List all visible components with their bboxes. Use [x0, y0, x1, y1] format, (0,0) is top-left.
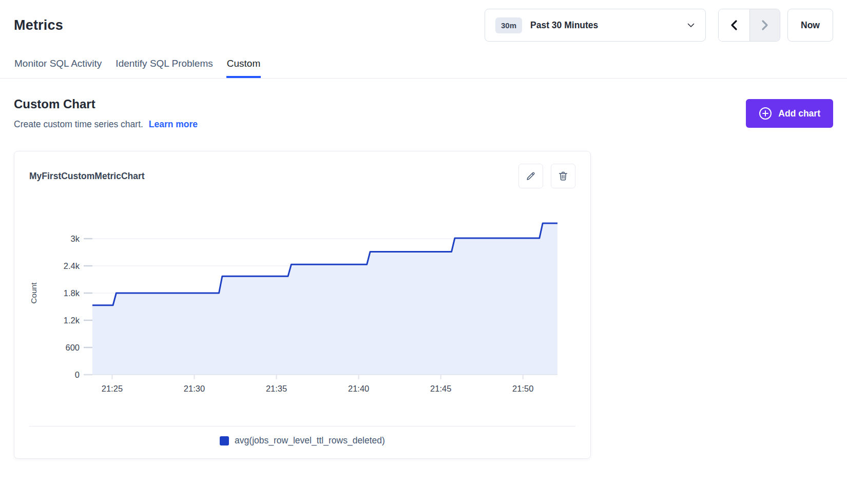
time-range-dropdown[interactable]: 30m Past 30 Minutes — [485, 9, 706, 42]
now-button[interactable]: Now — [787, 9, 833, 42]
tab-custom[interactable]: Custom — [226, 53, 261, 78]
add-chart-label: Add chart — [778, 108, 820, 119]
svg-text:600: 600 — [65, 343, 80, 352]
svg-text:21:25: 21:25 — [102, 384, 123, 393]
svg-text:0: 0 — [75, 370, 80, 379]
chart-card-header: MyFirstCustomMetricChart — [29, 164, 575, 188]
svg-text:21:40: 21:40 — [348, 384, 369, 393]
tab-identify-sql-problems[interactable]: Identify SQL Problems — [115, 53, 213, 78]
custom-chart-section-header: Custom Chart Create custom time series c… — [14, 97, 833, 130]
chart-legend[interactable]: avg(jobs_row_level_ttl_rows_deleted) — [29, 435, 575, 448]
previous-interval-button[interactable] — [719, 9, 749, 41]
edit-chart-button[interactable] — [518, 164, 543, 188]
legend-label: avg(jobs_row_level_ttl_rows_deleted) — [235, 435, 385, 446]
chevron-right-icon — [760, 20, 769, 31]
svg-text:1.8k: 1.8k — [64, 288, 80, 298]
timeseries-chart[interactable]: 06001.2k1.8k2.4k3k21:2521:3021:3521:4021… — [29, 204, 575, 400]
section-text-block: Custom Chart Create custom time series c… — [14, 97, 746, 130]
delete-chart-button[interactable] — [551, 164, 575, 188]
add-chart-button[interactable]: Add chart — [746, 99, 833, 128]
legend-swatch — [220, 436, 229, 445]
timeseries-chart-svg: 06001.2k1.8k2.4k3k21:2521:3021:3521:4021… — [29, 204, 576, 398]
learn-more-link[interactable]: Learn more — [149, 119, 198, 129]
page-title: Metrics — [14, 17, 485, 33]
legend-divider — [29, 426, 575, 427]
section-subtitle-text: Create custom time series chart. — [14, 119, 143, 129]
svg-text:21:35: 21:35 — [266, 384, 287, 393]
plus-circle-icon — [759, 107, 772, 120]
section-subtitle: Create custom time series chart. Learn m… — [14, 119, 746, 130]
time-range-label: Past 30 Minutes — [530, 20, 679, 31]
chevron-down-icon — [687, 21, 695, 29]
svg-text:2.4k: 2.4k — [64, 261, 80, 270]
top-bar: Metrics 30m Past 30 Minutes Now — [0, 0, 847, 42]
section-heading: Custom Chart — [14, 97, 746, 111]
custom-chart-card: MyFirstCustomMetricChart 06001.2k1.8k2.4… — [14, 151, 591, 459]
tab-monitor-sql-activity[interactable]: Monitor SQL Activity — [14, 53, 102, 78]
svg-text:21:30: 21:30 — [184, 384, 205, 393]
time-step-button-group — [718, 9, 780, 42]
svg-text:1.2k: 1.2k — [64, 316, 80, 325]
svg-text:Count: Count — [29, 282, 38, 304]
chevron-left-icon — [729, 20, 739, 31]
trash-icon — [557, 170, 569, 182]
chart-title: MyFirstCustomMetricChart — [29, 171, 518, 182]
svg-text:21:45: 21:45 — [430, 384, 451, 393]
metrics-tabs: Monitor SQL Activity Identify SQL Proble… — [0, 53, 847, 79]
metrics-page: Metrics 30m Past 30 Minutes Now Monito — [0, 0, 847, 504]
next-interval-button[interactable] — [749, 9, 780, 41]
pencil-icon — [525, 170, 536, 182]
svg-text:3k: 3k — [71, 234, 80, 243]
svg-text:21:50: 21:50 — [512, 384, 533, 393]
time-range-badge: 30m — [495, 17, 522, 33]
